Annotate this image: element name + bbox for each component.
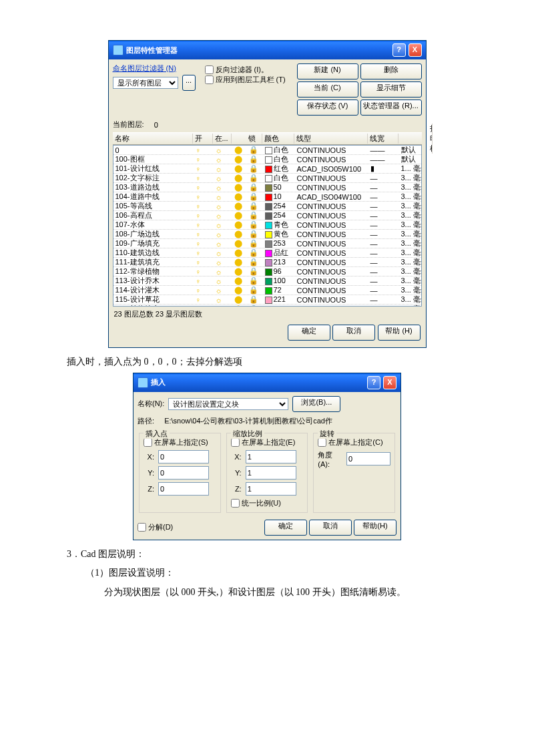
titlebar[interactable]: 图层特性管理器 ? X	[109, 41, 426, 59]
x-input[interactable]	[158, 450, 209, 463]
browse-button[interactable]: 浏览(B)...	[292, 396, 340, 412]
lock-icon[interactable]: 🔒	[247, 211, 263, 220]
delete-button[interactable]: 删除	[360, 63, 422, 79]
sun-icon[interactable]: ☼	[214, 146, 232, 154]
help-button[interactable]: 帮助(H)	[354, 520, 396, 536]
help-icon[interactable]: ?	[367, 376, 380, 389]
lock-icon[interactable]: 🔒	[247, 248, 263, 257]
sun-icon[interactable]: ⬤	[232, 276, 247, 285]
uniform-scale-checkbox[interactable]: 统一比例(U)	[231, 498, 304, 508]
table-row[interactable]: 110-建筑边线♀☼⬤🔒品红CONTINUOUS—3... 毫米Color_	[113, 248, 421, 258]
help-button[interactable]: 帮助 (H)	[378, 325, 421, 341]
table-row[interactable]: 108-广场边线♀☼⬤🔒黄色CONTINUOUS—3... 毫米Color_	[113, 230, 421, 239]
table-row[interactable]: 105-等高线♀☼⬤🔒254CONTINUOUS—3... 毫米Color_	[113, 202, 421, 211]
titlebar[interactable]: 插入 ? X	[134, 373, 400, 392]
lock-icon[interactable]: 🔒	[247, 267, 263, 276]
sun-icon[interactable]: ⬤	[232, 286, 247, 295]
bulb-icon[interactable]: ♀	[194, 156, 214, 164]
sun-icon[interactable]: ⬤	[232, 174, 247, 182]
close-icon[interactable]: X	[409, 43, 422, 57]
bulb-icon[interactable]: ♀	[194, 277, 214, 285]
cancel-button[interactable]: 取消	[332, 325, 375, 341]
sun-icon[interactable]: ☼	[214, 249, 232, 257]
sun-icon[interactable]: ☼	[214, 184, 232, 192]
named-filter-link[interactable]: 命名图层过滤器 (N)	[113, 63, 200, 73]
sun-icon[interactable]: ☼	[214, 174, 232, 182]
state-manager-button[interactable]: 状态管理器 (R)...	[360, 100, 422, 116]
lock-icon[interactable]: 🔒	[247, 220, 263, 229]
lock-icon[interactable]: 🔒	[247, 239, 263, 248]
filter-more-button[interactable]: ...	[182, 75, 196, 91]
bulb-icon[interactable]: ♀	[194, 165, 214, 173]
sun-icon[interactable]: ⬤	[232, 155, 247, 164]
table-row[interactable]: 113-设计乔木♀☼⬤🔒100CONTINUOUS—3... 毫米Color_	[113, 276, 421, 286]
save-state-button[interactable]: 保存状态 (V)	[297, 100, 358, 116]
sun-icon[interactable]: ⬤	[232, 192, 247, 201]
cancel-button[interactable]: 取消	[309, 520, 352, 536]
bulb-icon[interactable]: ♀	[194, 212, 214, 220]
invert-filter-checkbox[interactable]: 反向过滤器 (I)。	[205, 65, 292, 75]
lock-icon[interactable]: 🔒	[247, 258, 263, 266]
detail-button[interactable]: 显示细节	[360, 81, 422, 98]
sz-input[interactable]	[246, 482, 296, 496]
sun-icon[interactable]: ⬤	[232, 183, 247, 192]
table-row[interactable]: 102-文字标注♀☼⬤🔒白色CONTINUOUS—3... 毫米Color_	[113, 174, 421, 183]
bulb-icon[interactable]: ♀	[194, 268, 214, 276]
bulb-icon[interactable]: ♀	[194, 146, 214, 154]
bulb-icon[interactable]: ♀	[194, 202, 214, 210]
table-row[interactable]: 114-设计灌木♀☼⬤🔒72CONTINUOUS—3... 毫米Color_	[113, 286, 421, 295]
sun-icon[interactable]: ☼	[214, 268, 232, 276]
sy-input[interactable]	[246, 466, 296, 480]
sun-icon[interactable]: ⬤	[232, 239, 247, 248]
lock-icon[interactable]: 🔒	[247, 155, 263, 164]
z-input[interactable]	[158, 482, 209, 496]
sun-icon[interactable]: ☼	[214, 212, 232, 220]
sx-input[interactable]	[246, 450, 296, 463]
sun-icon[interactable]: ☼	[214, 230, 232, 238]
table-row[interactable]: 103-道路边线♀☼⬤🔒50CONTINUOUS—3... 毫米Color_	[113, 183, 421, 192]
sun-icon[interactable]: ⬤	[232, 202, 247, 210]
lock-icon[interactable]: 🔒	[247, 183, 263, 192]
sun-icon[interactable]: ☼	[214, 165, 232, 173]
layer-table[interactable]: 0♀☼⬤🔒白色CONTINUOUS——默认Color_100-图框♀☼⬤🔒白色C…	[113, 145, 422, 307]
sun-icon[interactable]: ⬤	[232, 248, 247, 257]
sun-icon[interactable]: ⬤	[232, 295, 247, 304]
table-row[interactable]: 112-常绿植物♀☼⬤🔒96CONTINUOUS—3... 毫米Color_	[113, 267, 421, 276]
sun-icon[interactable]: ☼	[214, 258, 232, 266]
sun-icon[interactable]: ☼	[214, 221, 232, 229]
block-name-select[interactable]: 设计图层设置定义块	[168, 398, 288, 410]
lock-icon[interactable]: 🔒	[247, 286, 263, 295]
ok-button[interactable]: 确定	[264, 520, 307, 536]
table-row[interactable]: 109-广场填充♀☼⬤🔒253CONTINUOUS—3... 毫米Color_	[113, 239, 421, 248]
table-row[interactable]: 101-设计红线♀☼⬤🔒红色ACAD_ISO05W100▮1... 毫米Colo…	[113, 164, 421, 174]
close-icon[interactable]: X	[383, 376, 396, 389]
ok-button[interactable]: 确定	[288, 325, 330, 341]
table-row[interactable]: 111-建筑填充♀☼⬤🔒213CONTINUOUS—3... 毫米Color_	[113, 258, 421, 267]
y-input[interactable]	[158, 466, 209, 480]
bulb-icon[interactable]: ♀	[194, 296, 214, 304]
sun-icon[interactable]: ☼	[214, 277, 232, 285]
onscreen-point-checkbox[interactable]: 在屏幕上指定(S)	[144, 437, 216, 447]
apply-toolbar-checkbox[interactable]: 应用到图层工具栏 (T)	[205, 75, 292, 85]
bulb-icon[interactable]: ♀	[194, 287, 214, 295]
sun-icon[interactable]: ⬤	[232, 267, 247, 276]
help-icon[interactable]: ?	[392, 43, 406, 57]
lock-icon[interactable]: 🔒	[247, 276, 263, 285]
sun-icon[interactable]: ☼	[214, 202, 232, 210]
lock-icon[interactable]: 🔒	[247, 295, 263, 304]
bulb-icon[interactable]: ♀	[194, 174, 214, 182]
angle-input[interactable]	[346, 452, 390, 465]
lock-icon[interactable]: 🔒	[247, 230, 263, 238]
sun-icon[interactable]: ⬤	[232, 211, 247, 220]
bulb-icon[interactable]: ♀	[194, 221, 214, 229]
table-row[interactable]: 115-设计草花♀☼⬤🔒221CONTINUOUS—3... 毫米Color_	[113, 295, 421, 305]
table-row[interactable]: 107-水体♀☼⬤🔒青色CONTINUOUS—3... 毫米Color_	[113, 220, 421, 230]
table-row[interactable]: 0♀☼⬤🔒白色CONTINUOUS——默认Color_	[113, 146, 421, 155]
sun-icon[interactable]: ☼	[214, 296, 232, 304]
table-row[interactable]: 100-图框♀☼⬤🔒白色CONTINUOUS——默认Color_	[113, 155, 421, 164]
bulb-icon[interactable]: ♀	[194, 240, 214, 248]
sun-icon[interactable]: ☼	[214, 193, 232, 201]
current-button[interactable]: 当前 (C)	[297, 81, 358, 98]
onscreen-rotate-checkbox[interactable]: 在屏幕上指定(C)	[318, 437, 390, 447]
explode-checkbox[interactable]: 分解(D)	[138, 522, 173, 532]
